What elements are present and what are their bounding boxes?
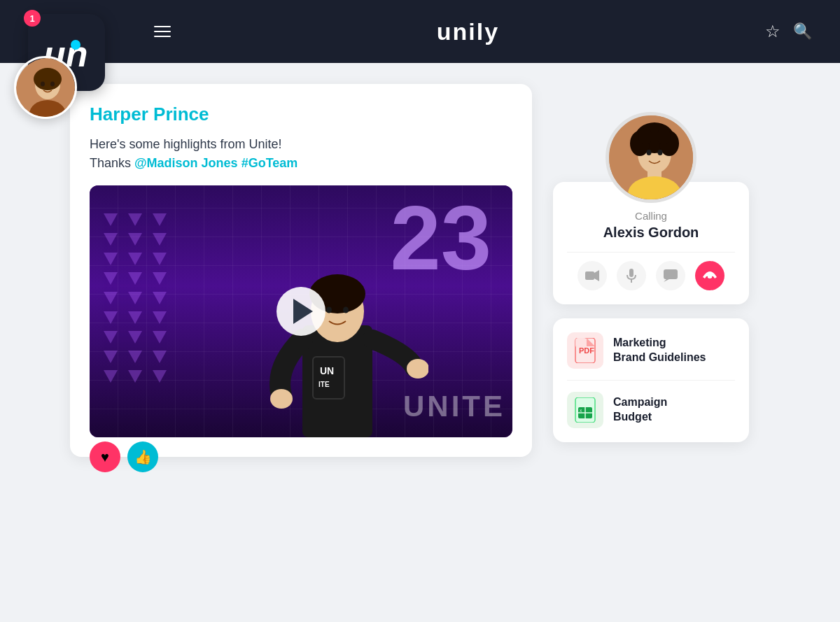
post-body-text: Here's some highlights from Unite! <box>90 137 282 151</box>
post-author: Harper Prince <box>90 104 512 125</box>
excel-file-icon: X <box>567 392 603 428</box>
svg-marker-8 <box>128 213 142 226</box>
svg-marker-28 <box>104 351 118 363</box>
chat-button[interactable] <box>656 261 685 290</box>
svg-marker-18 <box>153 272 167 285</box>
menu-button[interactable] <box>154 26 171 37</box>
svg-marker-31 <box>104 370 118 383</box>
header: unily ☆ 🔍 <box>0 0 840 63</box>
play-icon <box>293 299 313 324</box>
svg-rect-57 <box>629 269 634 277</box>
svg-text:ITE: ITE <box>318 381 330 388</box>
svg-point-40 <box>407 359 428 379</box>
file-item-pdf[interactable]: PDF MarketingBrand Guidelines <box>567 332 735 369</box>
svg-marker-17 <box>128 272 142 285</box>
notification-badge: 1 <box>24 10 41 27</box>
heart-reaction-button[interactable]: ♥ <box>90 441 120 472</box>
post-body: Here's some highlights from Unite! Thank… <box>90 135 512 173</box>
svg-point-5 <box>41 82 45 87</box>
main-content: Harper Prince Here's some highlights fro… <box>0 63 840 622</box>
file-item-excel[interactable]: X CampaignBudget <box>567 392 735 428</box>
brand-name: unily <box>437 18 499 45</box>
post-mention[interactable]: @Madison Jones <box>134 156 238 170</box>
calling-avatar <box>606 112 696 203</box>
like-reaction-button[interactable]: 👍 <box>127 441 158 472</box>
svg-marker-60 <box>664 279 669 282</box>
video-icon <box>585 270 599 281</box>
calling-label: Calling <box>567 210 735 222</box>
mute-button[interactable] <box>617 261 646 290</box>
svg-marker-11 <box>128 233 142 246</box>
file-name-pdf: MarketingBrand Guidelines <box>613 336 706 365</box>
svg-marker-25 <box>104 331 118 344</box>
svg-marker-12 <box>153 233 167 246</box>
favorites-button[interactable]: ☆ <box>765 22 780 41</box>
post-card: Harper Prince Here's some highlights fro… <box>70 84 532 457</box>
svg-marker-7 <box>104 213 118 226</box>
call-actions <box>567 252 735 290</box>
svg-rect-55 <box>585 271 594 280</box>
svg-point-39 <box>270 389 293 409</box>
end-call-button[interactable] <box>695 261 724 290</box>
reactions: ♥ 👍 <box>90 441 158 472</box>
file-name-excel: CampaignBudget <box>613 395 667 425</box>
microphone-icon <box>626 269 637 283</box>
phone-end-icon <box>702 271 718 280</box>
post-container: Harper Prince Here's some highlights fro… <box>70 84 532 601</box>
svg-point-6 <box>50 82 55 87</box>
files-divider <box>567 380 735 381</box>
svg-marker-10 <box>104 233 118 246</box>
svg-rect-64 <box>575 338 587 348</box>
pdf-icon: PDF <box>574 338 596 363</box>
chat-icon <box>664 269 678 282</box>
svg-rect-59 <box>664 269 678 279</box>
video-call-button[interactable] <box>578 261 607 290</box>
logo-dot <box>71 40 80 50</box>
svg-point-38 <box>343 307 349 313</box>
svg-marker-29 <box>128 351 142 363</box>
svg-marker-32 <box>128 370 142 383</box>
user-avatar[interactable] <box>14 56 77 119</box>
svg-marker-26 <box>128 331 142 344</box>
pdf-file-icon: PDF <box>567 332 603 369</box>
svg-marker-27 <box>153 331 167 344</box>
svg-point-50 <box>657 128 671 145</box>
svg-marker-23 <box>128 311 142 324</box>
svg-marker-19 <box>104 292 118 304</box>
svg-marker-33 <box>153 370 167 383</box>
svg-point-53 <box>647 150 652 155</box>
svg-marker-21 <box>153 292 167 304</box>
svg-marker-14 <box>128 253 142 265</box>
svg-point-37 <box>326 307 332 313</box>
video-presenter: UN ITE <box>246 227 428 437</box>
user-avatar-img <box>16 58 77 119</box>
video-triangles <box>97 213 181 437</box>
right-panel: Calling Alexis Gordon <box>553 84 749 601</box>
svg-rect-41 <box>313 357 344 399</box>
excel-icon: X <box>574 397 596 423</box>
calling-name: Alexis Gordon <box>567 225 735 241</box>
svg-point-3 <box>34 68 62 90</box>
svg-marker-13 <box>104 253 118 265</box>
svg-point-54 <box>658 150 663 155</box>
svg-point-49 <box>638 128 652 145</box>
svg-marker-16 <box>104 272 118 285</box>
post-body-text2: Thanks <box>90 156 131 170</box>
svg-marker-20 <box>128 292 142 304</box>
files-card: PDF MarketingBrand Guidelines <box>553 318 749 442</box>
svg-marker-9 <box>153 213 167 226</box>
post-hashtag: #GoTeam <box>241 156 298 170</box>
svg-text:UN: UN <box>320 365 334 376</box>
svg-marker-22 <box>104 311 118 324</box>
svg-marker-56 <box>594 270 599 281</box>
svg-marker-24 <box>153 311 167 324</box>
video-unite-text: UNITE <box>403 390 505 423</box>
play-button[interactable] <box>276 287 326 336</box>
svg-marker-15 <box>153 253 167 265</box>
search-button[interactable]: 🔍 <box>793 22 812 41</box>
post-video[interactable]: 23 <box>90 185 512 437</box>
svg-marker-30 <box>153 351 167 363</box>
